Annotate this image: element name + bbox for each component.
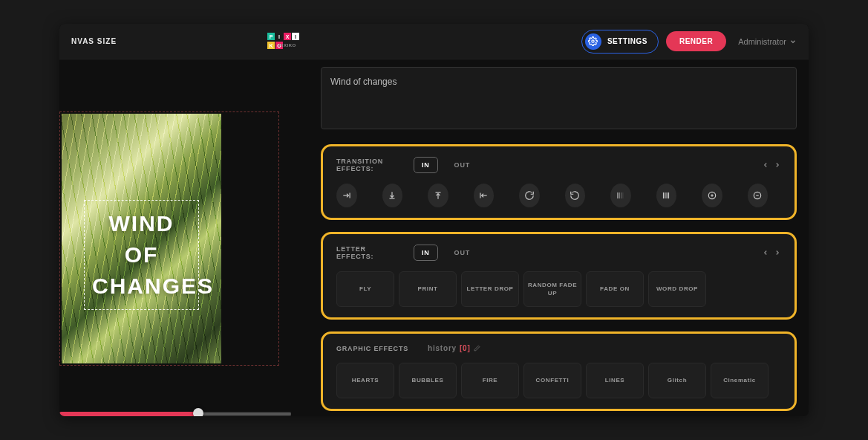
user-name: Administrator — [738, 37, 786, 46]
timeline-remaining — [198, 412, 291, 415]
overlay-text: WIND OF CHANGES — [92, 208, 191, 302]
blur-icon[interactable] — [610, 184, 631, 207]
text-overlay-selection[interactable]: WIND OF CHANGES — [84, 200, 199, 310]
gear-icon — [585, 33, 601, 50]
canvas-frame: WIND OF CHANGES — [59, 111, 279, 366]
zoom-out-icon[interactable] — [748, 184, 769, 207]
slide-up-icon[interactable] — [428, 184, 448, 207]
transition-next[interactable] — [774, 161, 781, 169]
letter-effects-label: LETTER EFFECTS: — [336, 245, 394, 260]
lines-icon[interactable] — [656, 184, 677, 207]
svg-rect-12 — [622, 192, 623, 198]
graphic-effect-confetti[interactable]: CONFETTI — [523, 363, 581, 398]
slide-down-icon[interactable] — [382, 184, 403, 207]
app-window: NVAS SIZE PIXI KOPIXIKO — [59, 24, 809, 416]
graphic-effect-lines[interactable]: LINES — [586, 363, 644, 398]
logo[interactable]: PIXI KOPIXIKO — [267, 33, 299, 49]
canvas-size-label[interactable]: NVAS SIZE — [71, 37, 117, 45]
pencil-icon — [474, 345, 480, 352]
transition-prev[interactable] — [762, 161, 769, 169]
graphic-effect-glitch[interactable]: Glitch — [648, 363, 706, 398]
transition-effects-label: TRANSITION EFFECTS: — [336, 158, 394, 172]
canvas-preview[interactable]: WIND OF CHANGES — [62, 114, 221, 363]
history-link[interactable]: history [0] — [428, 344, 480, 352]
letter-next[interactable] — [774, 249, 781, 256]
preview-column: WIND OF CHANGES — [59, 59, 291, 416]
text-input[interactable] — [321, 67, 797, 129]
graphic-effect-cinematic[interactable]: Cinematic — [711, 363, 769, 398]
graphic-effect-fire[interactable]: FIRE — [461, 363, 519, 398]
letter-in-toggle[interactable]: IN — [414, 245, 438, 261]
timeline-handle[interactable] — [193, 408, 203, 416]
zoom-in-icon[interactable] — [702, 184, 722, 207]
transition-out-toggle[interactable]: OUT — [454, 161, 470, 169]
render-button[interactable]: RENDER — [666, 31, 726, 51]
rotate-ccw-icon[interactable] — [565, 184, 586, 207]
svg-rect-10 — [619, 192, 619, 198]
letter-effects-panel: LETTER EFFECTS: IN OUT — [321, 232, 797, 320]
graphic-effect-bubbles[interactable]: BUBBLES — [399, 363, 457, 398]
letter-effect-letter-drop[interactable]: LETTER DROP — [461, 271, 519, 307]
letter-out-toggle[interactable]: OUT — [454, 249, 470, 256]
svg-point-0 — [592, 40, 594, 42]
effects-column: TRANSITION EFFECTS: IN OUT — [291, 59, 809, 416]
letter-effect-random-fade-up[interactable]: RANDOM FADE UP — [523, 271, 581, 307]
letter-effect-fade-on[interactable]: FADE ON — [586, 271, 644, 307]
chevron-down-icon — [789, 38, 797, 45]
graphic-effects-panel: GRAPHIC EFFECTS history [0] HEARTS BUBBL… — [321, 331, 797, 411]
letter-effect-fly[interactable]: FLY — [336, 271, 394, 307]
timeline-progress — [59, 412, 198, 416]
graphic-effect-hearts[interactable]: HEARTS — [336, 363, 394, 398]
slide-left-icon[interactable] — [474, 184, 495, 207]
header-bar: NVAS SIZE PIXI KOPIXIKO — [59, 24, 809, 59]
svg-rect-11 — [621, 192, 621, 198]
letter-effect-print[interactable]: PRINT — [399, 271, 457, 307]
settings-button[interactable]: SETTINGS — [581, 30, 659, 54]
slide-right-icon[interactable] — [336, 184, 357, 207]
rotate-cw-icon[interactable] — [519, 184, 540, 207]
graphic-effects-label: GRAPHIC EFFECTS — [336, 345, 408, 352]
letter-effect-word-drop[interactable]: WORD DROP — [648, 271, 706, 307]
svg-rect-9 — [617, 192, 618, 198]
settings-label: SETTINGS — [607, 37, 647, 45]
timeline-track[interactable] — [59, 412, 291, 416]
user-menu[interactable]: Administrator — [738, 37, 797, 46]
letter-prev[interactable] — [762, 249, 769, 256]
transition-effects-panel: TRANSITION EFFECTS: IN OUT — [321, 144, 797, 220]
transition-in-toggle[interactable]: IN — [414, 157, 438, 173]
